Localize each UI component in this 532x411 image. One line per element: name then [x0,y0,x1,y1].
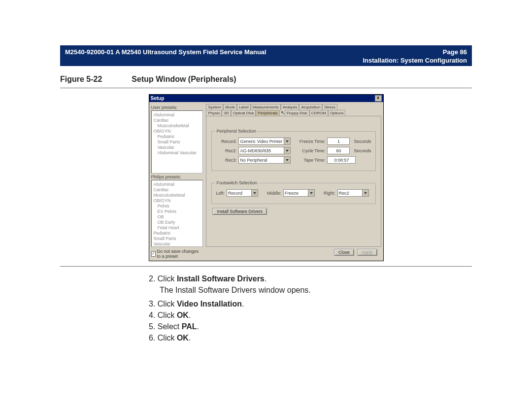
foot-mid-select[interactable]: Freeze [283,189,315,197]
checkbox-icon: ✓ [151,251,156,257]
chevron-down-icon [308,190,314,196]
close-icon[interactable]: x [375,95,382,102]
user-presets-tree[interactable]: Abdominal Cardiac Musculoskeletal OB/GYN… [151,110,203,173]
peripheral-selection-group: Peripheral Selection Record: Generic Vid… [211,131,375,171]
apply-button[interactable]: Apply [357,249,377,256]
footswitch-selection-group: Footswitch Selection Left: Record Middle… [211,183,375,204]
chevron-down-icon [284,147,290,154]
tabs-row-2: Physio 3D Optical Disk Peripherals ↖ Flo… [206,110,381,116]
chevron-down-icon [362,190,368,196]
close-button[interactable]: Close [334,249,354,256]
setup-window: Setup x User presets: Abdominal Cardiac … [149,94,384,261]
chevron-down-icon [284,157,290,163]
cycle-time-field[interactable]: 60 [327,147,350,154]
window-title: Setup [151,96,165,101]
chevron-down-icon [284,138,290,144]
rec2-select[interactable]: AG-MD830/835 [238,147,291,154]
window-titlebar: Setup x [149,95,383,102]
header-page: Page 86 [363,48,467,56]
chevron-down-icon [251,190,258,196]
save-preset-checkbox[interactable]: ✓ Do not save changes to a preset [151,249,203,259]
figure-label: Figure 5-22 [60,75,102,84]
rec3-select[interactable]: No Peripheral [238,156,291,164]
install-software-drivers-button[interactable]: Install Software Drivers [212,208,267,215]
freeze-time-field[interactable]: 1 [327,137,350,145]
instructions: 2. Click Install Software Drivers. The I… [60,274,472,342]
user-presets-label: User presets: [151,105,203,110]
header-left: M2540-92000-01 A M2540 Ultrasound System… [65,48,266,56]
header-section: Installation: System Configuration [363,57,467,64]
cursor-icon: ↖ [281,110,285,116]
figure-caption: Figure 5-22 Setup Window (Peripherals) [60,75,472,88]
philips-presets-tree[interactable]: Abdominal Cardiac Musculoskeletal OB/GYN… [151,180,203,247]
foot-right-select[interactable]: Rec2 [337,189,369,197]
philips-presets-label: Philips presets: [151,174,203,179]
tabs-row-1: System Mode Label Measurements Analysis … [206,104,381,110]
figure-title: Setup Window (Peripherals) [132,75,236,84]
tab-panel-peripherals: Peripheral Selection Record: Generic Vid… [206,116,381,247]
foot-left-select[interactable]: Record [227,189,258,197]
record-select[interactable]: Generic Video Printer [238,137,291,145]
tape-time-field[interactable]: 0:08:57 [327,156,356,164]
document-header: M2540-92000-01 A M2540 Ultrasound System… [60,45,472,66]
